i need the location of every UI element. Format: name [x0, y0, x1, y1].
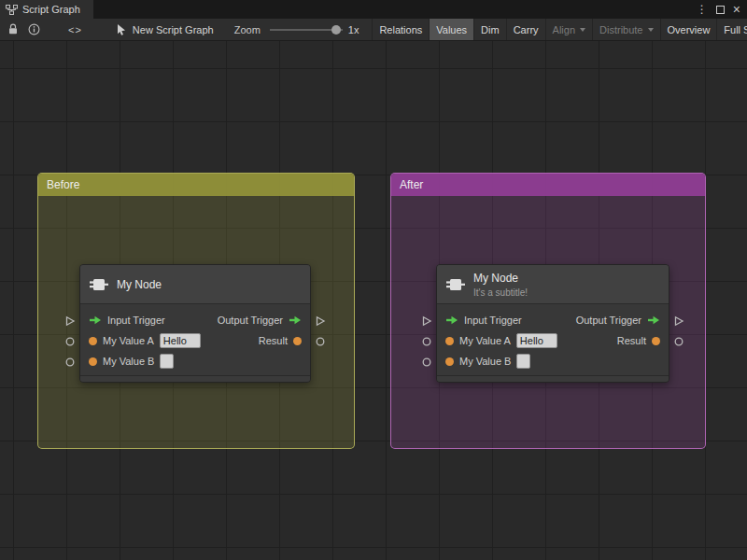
fullscreen-button[interactable]: Full Screen	[716, 19, 747, 40]
script-graph-asset-icon	[116, 23, 127, 35]
tab-script-graph[interactable]: Script Graph	[0, 0, 93, 19]
tab-bar: Script Graph ⋮ ×	[0, 0, 747, 19]
carry-button[interactable]: Carry	[506, 19, 545, 40]
value-port-icon[interactable]	[293, 337, 302, 345]
relations-button[interactable]: Relations	[372, 19, 429, 40]
trigger-out-icon[interactable]	[647, 315, 660, 325]
group-title: After	[400, 178, 423, 191]
dropdown-caret-icon	[648, 28, 654, 32]
port-label: My Value B	[459, 356, 511, 367]
port-label: My Value A	[103, 335, 154, 346]
node-header: My Node	[80, 265, 310, 304]
value-input-port[interactable]	[421, 357, 432, 368]
unit-icon	[446, 276, 465, 293]
port-row: My Value B	[80, 351, 310, 371]
value-input-port[interactable]	[64, 357, 76, 368]
flow-output-port[interactable]	[315, 315, 326, 327]
node-title: My Node	[473, 272, 528, 285]
trigger-in-icon[interactable]	[89, 315, 102, 325]
group-title: Before	[47, 178, 79, 191]
port-label: Output Trigger	[576, 315, 641, 326]
code-icon[interactable]: <>	[68, 24, 82, 35]
value-b-input[interactable]	[160, 354, 174, 369]
group-header[interactable]: Before	[38, 174, 354, 196]
flow-input-port[interactable]	[64, 315, 76, 327]
trigger-out-icon[interactable]	[289, 315, 302, 325]
flow-input-port[interactable]	[421, 315, 432, 327]
unit-icon	[90, 276, 108, 293]
zoom-value: 1x	[348, 24, 359, 35]
info-icon[interactable]	[28, 23, 40, 35]
port-label: Input Trigger	[464, 315, 522, 326]
port-row: My Value A Result	[80, 330, 310, 351]
dim-button[interactable]: Dim	[473, 19, 506, 40]
value-a-input[interactable]	[516, 333, 557, 348]
graph-name[interactable]: New Script Graph	[133, 24, 214, 35]
tab-title: Script Graph	[22, 4, 80, 15]
value-b-input[interactable]	[516, 354, 530, 369]
value-port-icon[interactable]	[652, 337, 660, 345]
close-icon[interactable]: ×	[733, 3, 740, 16]
toolbar-toggle-group: Relations Values Dim Carry Align Distrib…	[372, 19, 747, 40]
port-label: My Value A	[459, 335, 511, 346]
node-my-node-before[interactable]: My Node Input Trigger Output Trigger	[79, 264, 311, 383]
graph-canvas[interactable]: Before My Node	[0, 41, 747, 560]
value-port-icon[interactable]	[445, 357, 454, 366]
port-label: Input Trigger	[107, 315, 165, 326]
port-label: Result	[617, 335, 646, 346]
value-output-port[interactable]	[315, 336, 326, 347]
script-graph-tab-icon	[6, 5, 18, 15]
value-port-icon[interactable]	[445, 337, 454, 345]
trigger-in-icon[interactable]	[445, 315, 458, 325]
value-port-icon[interactable]	[89, 337, 97, 345]
value-output-port[interactable]	[673, 336, 684, 347]
port-label: Output Trigger	[218, 315, 283, 326]
value-port-icon[interactable]	[89, 357, 97, 366]
port-label: Result	[259, 335, 288, 346]
unity-graph-window: Script Graph ⋮ × <> New Script Graph Zoo…	[0, 0, 747, 560]
align-button[interactable]: Align	[545, 19, 592, 40]
zoom-slider[interactable]	[270, 19, 343, 41]
node-header: My Node It's a subtitle!	[437, 265, 669, 304]
overview-button[interactable]: Overview	[660, 19, 717, 40]
node-footer	[437, 375, 669, 382]
port-row: Input Trigger Output Trigger	[80, 310, 310, 330]
value-input-port[interactable]	[421, 336, 432, 347]
node-title: My Node	[117, 278, 162, 291]
distribute-button[interactable]: Distribute	[592, 19, 659, 40]
port-row: My Value B	[437, 351, 669, 371]
maximize-icon[interactable]	[716, 6, 725, 14]
value-a-input[interactable]	[160, 333, 201, 348]
group-header[interactable]: After	[391, 174, 705, 196]
window-controls: ⋮ ×	[697, 0, 747, 19]
distribute-label: Distribute	[599, 24, 642, 35]
graph-toolbar: <> New Script Graph Zoom 1x Relations Va…	[0, 19, 747, 41]
dropdown-caret-icon	[580, 28, 585, 32]
node-footer	[80, 375, 310, 382]
group-after[interactable]: After My Node It's a subtitle!	[390, 173, 706, 449]
port-row: My Value A Result	[437, 330, 669, 351]
node-my-node-after[interactable]: My Node It's a subtitle! Input Trigger	[436, 264, 669, 383]
node-ports: Input Trigger Output Trigger My Valu	[80, 304, 310, 375]
port-row: Input Trigger Output Trigger	[437, 310, 669, 330]
node-subtitle: It's a subtitle!	[473, 287, 528, 298]
zoom-slider-handle[interactable]	[331, 25, 341, 35]
values-button[interactable]: Values	[429, 19, 473, 40]
group-before[interactable]: Before My Node	[37, 173, 355, 449]
value-input-port[interactable]	[64, 336, 76, 347]
zoom-label: Zoom	[234, 24, 261, 35]
port-label: My Value B	[103, 356, 154, 367]
node-ports: Input Trigger Output Trigger My Valu	[437, 304, 669, 375]
align-label: Align	[553, 24, 575, 35]
menu-icon[interactable]: ⋮	[697, 4, 708, 15]
flow-output-port[interactable]	[673, 315, 684, 327]
lock-icon[interactable]	[7, 23, 19, 35]
